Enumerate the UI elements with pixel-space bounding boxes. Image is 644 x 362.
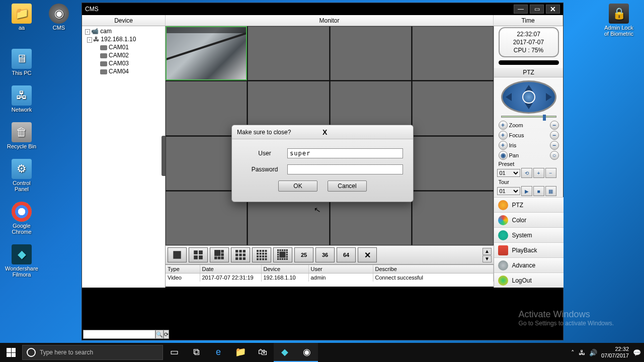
taskview-icon[interactable]: ▭ bbox=[163, 343, 185, 362]
taskbar-search[interactable]: Type here to search bbox=[22, 345, 163, 360]
sidemenu-playback[interactable]: PlayBack bbox=[494, 242, 564, 257]
video-cell[interactable] bbox=[330, 26, 412, 80]
close-button[interactable]: ✕ bbox=[546, 5, 560, 14]
tab-monitor[interactable]: Monitor bbox=[166, 15, 494, 26]
sidemenu-color[interactable]: Color bbox=[494, 212, 564, 227]
tray-notifications-icon[interactable]: 💬 bbox=[633, 349, 641, 356]
desktop-icon-biometric[interactable]: 🔒Admin Lock of Biometric bbox=[601, 3, 636, 38]
preset-select[interactable]: 01 bbox=[497, 169, 520, 177]
log-col-type[interactable]: Type bbox=[166, 265, 200, 274]
sidemenu-advance[interactable]: Advance bbox=[494, 257, 564, 273]
cancel-button[interactable]: Cancel bbox=[328, 180, 367, 192]
log-row[interactable]: Video 2017-07-07 22:31:19 192.168.1.10 a… bbox=[166, 274, 494, 282]
layout-4[interactable] bbox=[189, 247, 208, 262]
preset-goto[interactable]: ⟲ bbox=[521, 168, 532, 178]
layout-fullscreen[interactable]: ✕ bbox=[358, 247, 377, 262]
page-updown[interactable]: ▲▼ bbox=[482, 248, 492, 262]
tree-search-input[interactable] bbox=[83, 330, 155, 339]
layout-16[interactable] bbox=[252, 247, 271, 262]
layout-25g[interactable] bbox=[273, 247, 292, 262]
video-cell[interactable] bbox=[248, 26, 329, 80]
titlebar[interactable]: CMS — ▭ ✕ bbox=[82, 3, 563, 15]
tree-cam01[interactable]: CAM01 bbox=[83, 43, 164, 51]
tour-play[interactable]: ▶ bbox=[521, 186, 532, 196]
desktop-icon-cms[interactable]: ◉CMS bbox=[41, 3, 76, 32]
tree-cam02[interactable]: CAM02 bbox=[83, 51, 164, 59]
video-cell[interactable] bbox=[412, 191, 494, 245]
tray-network-icon[interactable]: 🖧 bbox=[579, 349, 585, 356]
tree-search-button[interactable]: 🔍 bbox=[155, 330, 164, 339]
taskbar-explorer[interactable]: 📁 bbox=[229, 343, 252, 362]
layout-1[interactable] bbox=[168, 247, 187, 262]
tree-root[interactable]: -📹 cam bbox=[83, 27, 164, 35]
desktop-icon-controlpanel[interactable]: ⚙Control Panel bbox=[4, 158, 39, 193]
ptz-center[interactable] bbox=[522, 90, 535, 104]
ok-button[interactable]: OK bbox=[278, 180, 317, 192]
tree-collapse-handle[interactable] bbox=[162, 136, 166, 176]
taskbar-cms[interactable]: ◉ bbox=[296, 343, 318, 362]
desktop-icon-recycle[interactable]: 🗑Recycle Bin bbox=[4, 121, 39, 150]
tour-grid[interactable]: ▦ bbox=[545, 186, 556, 196]
log-col-device[interactable]: Device bbox=[261, 265, 308, 274]
password-input[interactable] bbox=[287, 164, 403, 174]
sidemenu-system[interactable]: System bbox=[494, 227, 564, 242]
layout-64[interactable]: 64 bbox=[337, 247, 356, 262]
iris-plus[interactable]: + bbox=[499, 141, 508, 150]
layout-36[interactable]: 36 bbox=[315, 247, 335, 262]
svg-rect-6 bbox=[221, 250, 224, 253]
tray-volume-icon[interactable]: 🔊 bbox=[589, 349, 597, 356]
zoom-plus[interactable]: + bbox=[499, 121, 508, 130]
tray-clock[interactable]: 22:32 07/07/2017 bbox=[601, 346, 629, 359]
tray-chevron-icon[interactable]: ˄ bbox=[571, 349, 575, 356]
tree-ip[interactable]: -🖧 192.168.1.10 bbox=[83, 35, 164, 43]
preset-add[interactable]: + bbox=[533, 168, 544, 178]
tree-cam03[interactable]: CAM03 bbox=[83, 59, 164, 67]
minimize-button[interactable]: — bbox=[514, 5, 528, 14]
iris-minus[interactable]: − bbox=[550, 141, 559, 150]
preset-del[interactable]: − bbox=[545, 168, 556, 178]
tour-stop[interactable]: ■ bbox=[533, 186, 544, 196]
log-col-describe[interactable]: Describe bbox=[373, 265, 494, 274]
ptz-speed-slider[interactable] bbox=[501, 116, 556, 118]
log-col-user[interactable]: User bbox=[308, 265, 373, 274]
tab-device[interactable]: Device bbox=[82, 15, 166, 26]
user-input[interactable] bbox=[287, 148, 403, 158]
focus-plus[interactable]: + bbox=[499, 131, 508, 140]
layout-25[interactable]: 25 bbox=[294, 247, 313, 262]
tab-time[interactable]: Time bbox=[494, 15, 563, 26]
ptz-left[interactable] bbox=[506, 93, 512, 101]
desktop-icon-thispc[interactable]: 🖥This PC bbox=[4, 48, 39, 77]
pan-minus[interactable]: ○ bbox=[550, 151, 559, 160]
taskbar-filmora[interactable]: ◆ bbox=[274, 343, 296, 362]
video-cell[interactable] bbox=[412, 26, 494, 80]
log-col-date[interactable]: Date bbox=[200, 265, 261, 274]
ptz-right[interactable] bbox=[546, 93, 552, 101]
desktop-icon-aa[interactable]: 📁aa bbox=[4, 3, 39, 32]
focus-minus[interactable]: − bbox=[550, 131, 559, 140]
tree-cam04[interactable]: CAM04 bbox=[83, 67, 164, 75]
systray[interactable]: ˄ 🖧 🔊 22:32 07/07/2017 💬 bbox=[568, 343, 644, 362]
tree-refresh-button[interactable]: ⟳ bbox=[164, 330, 169, 339]
dialog-titlebar[interactable]: Make sure to close? X bbox=[232, 125, 413, 139]
desktop-icon-chrome[interactable]: Google Chrome bbox=[4, 201, 39, 236]
video-cell-1[interactable] bbox=[166, 26, 247, 80]
layout-9[interactable] bbox=[231, 247, 250, 262]
sidemenu-ptz[interactable]: PTZ bbox=[494, 197, 564, 212]
video-cell[interactable] bbox=[412, 136, 494, 191]
sidemenu-logout[interactable]: LogOut bbox=[494, 273, 564, 288]
ptz-down[interactable] bbox=[525, 103, 533, 109]
taskbar-multitask[interactable]: ⧉ bbox=[185, 343, 207, 362]
video-cell[interactable] bbox=[412, 81, 494, 135]
start-button[interactable] bbox=[0, 343, 22, 362]
taskbar-store[interactable]: 🛍 bbox=[252, 343, 274, 362]
tour-select[interactable]: 01 bbox=[497, 187, 520, 195]
pan-plus[interactable]: ◉ bbox=[499, 151, 508, 160]
dialog-close-button[interactable]: X bbox=[323, 128, 408, 136]
maximize-button[interactable]: ▭ bbox=[530, 5, 544, 14]
svg-rect-39 bbox=[284, 249, 285, 251]
layout-6[interactable] bbox=[210, 247, 229, 262]
desktop-icon-network[interactable]: 🖧Network bbox=[4, 84, 39, 114]
zoom-minus[interactable]: − bbox=[550, 121, 559, 130]
taskbar-edge[interactable]: e bbox=[207, 343, 229, 362]
desktop-icon-filmora[interactable]: ◆Wondershare Filmora bbox=[4, 243, 39, 279]
